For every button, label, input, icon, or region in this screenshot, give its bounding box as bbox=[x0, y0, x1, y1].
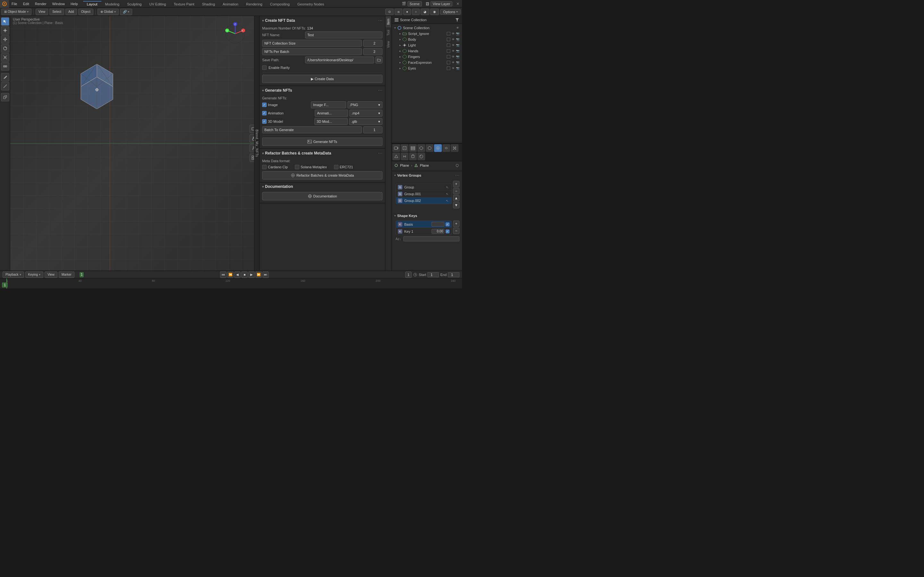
viewport-icon2[interactable]: 👁 bbox=[451, 32, 455, 35]
generate-options-icon[interactable]: ⋯ bbox=[378, 88, 383, 93]
overlay-btn[interactable]: ⊙ bbox=[385, 9, 394, 15]
marker-menu[interactable]: Marker bbox=[59, 271, 74, 278]
generate-nfts-button[interactable]: Generate NFTs bbox=[262, 137, 383, 146]
tab-shading[interactable]: Shading bbox=[198, 1, 219, 7]
outliner-item-hands[interactable]: ▸ Hands 👁 📷 bbox=[392, 48, 462, 54]
tab-compositing[interactable]: Compositing bbox=[266, 1, 294, 7]
filter-icon[interactable] bbox=[455, 18, 459, 22]
outliner-item-light[interactable]: ▸ Light 👁 📷 bbox=[392, 42, 462, 48]
viewport-icon4[interactable]: 👁 bbox=[451, 43, 455, 47]
pin-icon[interactable] bbox=[455, 163, 459, 168]
hide-render-icon6[interactable] bbox=[447, 61, 451, 64]
menu-render[interactable]: Render bbox=[32, 1, 49, 6]
tab-animation[interactable]: Animation bbox=[219, 1, 242, 7]
render-icon7[interactable]: 📷 bbox=[456, 61, 459, 64]
tool-rotate[interactable] bbox=[1, 44, 9, 53]
vg-pin-icon2[interactable]: ↖ bbox=[445, 192, 449, 196]
current-frame-input[interactable]: 1 bbox=[405, 271, 412, 278]
sk-item-basis[interactable]: K Basis ✓ bbox=[396, 221, 451, 228]
erc721-item[interactable]: ERC721 bbox=[334, 165, 353, 169]
props-tab-output[interactable] bbox=[401, 144, 409, 152]
tab-modeling[interactable]: Modeling bbox=[102, 1, 124, 7]
tool-add[interactable] bbox=[1, 93, 9, 101]
viewport-icon7[interactable]: 👁 bbox=[451, 61, 455, 64]
animation-format-right[interactable]: .mp4 ▾ bbox=[349, 110, 383, 117]
outliner-viewport-icon[interactable]: 👁 bbox=[456, 26, 459, 30]
sk-value-key1[interactable] bbox=[431, 229, 444, 234]
section-options-icon[interactable]: ⋯ bbox=[378, 18, 383, 23]
erc721-checkbox[interactable] bbox=[334, 165, 338, 169]
props-tab-data[interactable] bbox=[409, 153, 417, 160]
animation-checkbox[interactable]: ✓ bbox=[262, 111, 267, 115]
documentation-button[interactable]: Documentation bbox=[262, 192, 383, 200]
outliner-item-fingers[interactable]: ▸ Fingers 👁 📷 bbox=[392, 54, 462, 60]
sk-visible-key1[interactable]: ✓ bbox=[446, 229, 449, 234]
add-menu[interactable]: Add bbox=[65, 9, 77, 15]
render-icon8[interactable]: 📷 bbox=[456, 66, 459, 70]
image-format-left[interactable]: Image F... bbox=[311, 101, 346, 108]
tool-move[interactable] bbox=[1, 35, 9, 44]
outliner-item-body[interactable]: ▸ Body 👁 📷 bbox=[392, 37, 462, 42]
hide-render-icon4[interactable] bbox=[447, 49, 451, 53]
refactor-button[interactable]: Refactor Batches & create MetaData bbox=[262, 171, 383, 179]
viewport-icon3[interactable]: 👁 bbox=[451, 37, 455, 41]
props-tab-scene[interactable] bbox=[417, 144, 425, 152]
animation-format-left[interactable]: Animati... bbox=[315, 110, 348, 117]
menu-file[interactable]: File bbox=[9, 1, 20, 6]
props-tab-modifier[interactable] bbox=[443, 144, 450, 152]
solana-checkbox[interactable] bbox=[295, 165, 299, 169]
timeline-track[interactable]: 1 40 80 120 160 200 240 1 bbox=[0, 279, 462, 288]
tab-sculpting[interactable]: Sculpting bbox=[123, 1, 145, 7]
tool-measure[interactable] bbox=[1, 82, 9, 90]
per-batch-value[interactable] bbox=[363, 48, 383, 55]
tab-layout[interactable]: Layout bbox=[83, 1, 102, 7]
sidebar-tab-tool[interactable]: Tool bbox=[386, 27, 391, 38]
tool-annotate[interactable] bbox=[1, 73, 9, 81]
refactor-header[interactable]: ▾ Refactor Batches & create MetaData ⋯ bbox=[260, 149, 385, 158]
tool-select[interactable] bbox=[1, 17, 9, 26]
enable-rarity-checkbox[interactable] bbox=[262, 65, 267, 70]
select-menu[interactable]: Select bbox=[49, 9, 64, 15]
menu-help[interactable]: Help bbox=[68, 1, 81, 6]
vg-pin-icon3[interactable]: ↖ bbox=[445, 198, 449, 203]
props-tab-material[interactable] bbox=[417, 153, 425, 160]
snap-toggle[interactable]: 🔗 ▾ bbox=[120, 9, 132, 15]
solana-item[interactable]: Solana Metaplex bbox=[295, 165, 327, 169]
render-icon2[interactable]: 📷 bbox=[456, 32, 459, 35]
vg-item-group001[interactable]: G Group.001 ↖ bbox=[396, 191, 451, 197]
browse-folder-btn[interactable] bbox=[375, 56, 383, 63]
keying-menu[interactable]: Keying ▾ bbox=[25, 271, 44, 278]
collection-size-input[interactable] bbox=[262, 40, 362, 47]
props-tab-object[interactable] bbox=[434, 144, 442, 152]
tool-cursor[interactable] bbox=[1, 26, 9, 35]
sidebar-tab-item[interactable]: Item bbox=[386, 16, 391, 27]
batch-value[interactable] bbox=[363, 126, 383, 133]
next-frame-btn[interactable]: ⏩ bbox=[255, 271, 262, 278]
viewport-icon5[interactable]: 👁 bbox=[451, 49, 455, 53]
tool-transform[interactable] bbox=[1, 62, 9, 71]
end-frame-input[interactable] bbox=[448, 272, 459, 277]
props-tab-view-layer[interactable] bbox=[409, 144, 417, 152]
tool-scale[interactable] bbox=[1, 53, 9, 61]
start-frame-input[interactable] bbox=[427, 272, 439, 277]
tab-geometry-nodes[interactable]: Geometry Nodes bbox=[294, 1, 328, 7]
viewport-icon6[interactable]: 👁 bbox=[451, 55, 455, 59]
vg-move-down-btn[interactable]: ▼ bbox=[453, 202, 459, 208]
vg-move-up-btn[interactable]: ▲ bbox=[453, 195, 459, 201]
tab-rendering[interactable]: Rendering bbox=[242, 1, 266, 7]
vg-pin-icon[interactable]: ↖ bbox=[445, 185, 449, 189]
vg-item-group[interactable]: G Group ↖ bbox=[396, 184, 451, 191]
menu-window[interactable]: Window bbox=[50, 1, 67, 6]
close-icon[interactable]: ✕ bbox=[456, 2, 459, 6]
editor-type-button[interactable]: ⊞ Object Mode ▾ bbox=[1, 9, 31, 15]
props-tab-constraints[interactable] bbox=[401, 153, 409, 160]
cardano-item[interactable]: Cardano Cip bbox=[262, 165, 288, 169]
create-data-button[interactable]: ▶ Create Data bbox=[262, 75, 383, 83]
outliner-item-face[interactable]: ▸ FaceExpresion 👁 📷 bbox=[392, 60, 462, 65]
model-checkbox[interactable]: ✓ bbox=[262, 119, 267, 124]
model-format-left[interactable]: 3D Mod... bbox=[314, 118, 348, 125]
hide-render-icon7[interactable] bbox=[447, 66, 451, 70]
model-format-right[interactable]: .glb ▾ bbox=[349, 118, 383, 125]
prev-frame-btn[interactable]: ⏪ bbox=[227, 271, 234, 278]
sk-add-btn[interactable]: + bbox=[453, 221, 459, 227]
